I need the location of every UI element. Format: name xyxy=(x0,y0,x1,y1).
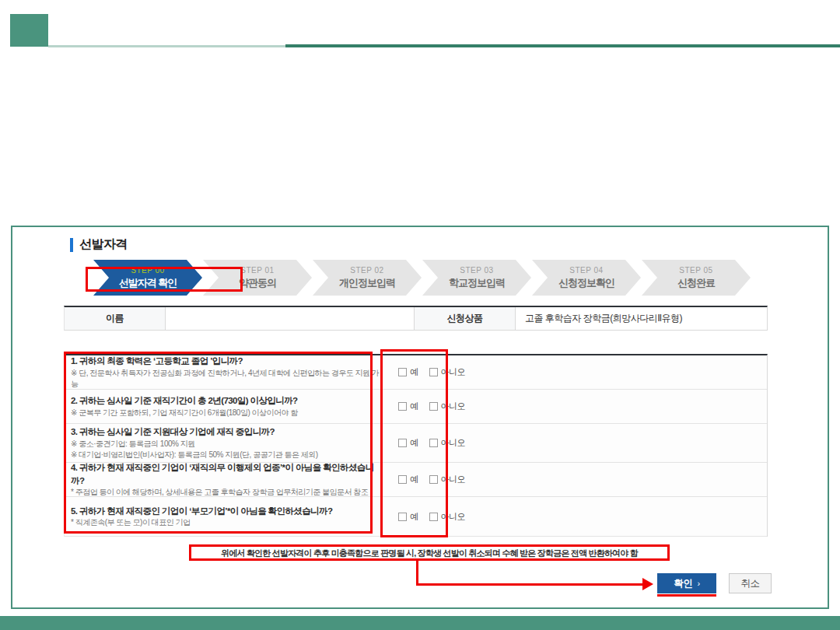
no-checkbox[interactable] xyxy=(429,402,438,411)
question-row-1: 1. 귀하의 최종 학력은 ‘고등학교 졸업 ’입니까? ※ 단, 전문학사 취… xyxy=(65,355,767,390)
footer-bar xyxy=(0,616,840,630)
no-checkbox[interactable] xyxy=(429,475,438,484)
answer-no-group: 아니오 xyxy=(429,401,466,412)
yes-checkbox[interactable] xyxy=(398,368,407,376)
confirm-button-label: 확인 xyxy=(674,577,692,590)
step-label: 약관동의 xyxy=(239,276,276,290)
header-divider-light xyxy=(48,45,285,47)
step-item-4: STEP 04 신청정보확인 xyxy=(532,260,641,296)
no-label: 아니오 xyxy=(441,474,466,485)
step-item-3: STEP 03 학교정보입력 xyxy=(422,260,531,296)
question-row-5: 5. 귀하가 현재 재직중인 기업이 ‘부모기업’*이 아님을 확인하셨습니까?… xyxy=(65,497,767,537)
no-checkbox[interactable] xyxy=(429,368,438,376)
brand-logo-block xyxy=(10,14,48,47)
annotation-connector-horizontal xyxy=(416,583,642,586)
cancel-button-label: 취소 xyxy=(741,577,760,590)
yes-label: 예 xyxy=(410,511,418,523)
name-value xyxy=(166,307,415,330)
cancel-button[interactable]: 취소 xyxy=(729,573,772,593)
step-item-5: STEP 05 신청완료 xyxy=(642,260,751,296)
wizard-step-indicator: STEP 00 선발자격 확인 STEP 01 약관동의 STEP 02 개인정… xyxy=(93,260,751,296)
yes-checkbox[interactable] xyxy=(398,475,407,484)
step-label: 신청정보확인 xyxy=(558,276,614,290)
step-number: STEP 05 xyxy=(679,266,712,275)
answer-yes-group: 예 xyxy=(398,401,418,412)
page-title-text: 선발자격 xyxy=(79,236,128,253)
title-accent-bar xyxy=(70,238,73,252)
product-value: 고졸 후학습자 장학금(희망사다리Ⅱ유형) xyxy=(516,307,767,330)
name-label: 이름 xyxy=(65,307,166,330)
product-label: 신청상품 xyxy=(415,307,516,330)
answer-yes-group: 예 xyxy=(398,366,418,378)
no-checkbox[interactable] xyxy=(429,513,438,521)
question-row-3: 3. 귀하는 심사일 기준 지원대상 기업에 재직 중입니까? ※ 중소·중견기… xyxy=(65,424,767,463)
question-note: * 직계존속(부 또는 모)이 대표인 기업 xyxy=(71,517,385,528)
question-row-4: 4. 귀하가 현재 재직중인 기업이 ‘재직의무 이행제외 업종’*이 아님을 … xyxy=(65,463,767,497)
answer-no-group: 아니오 xyxy=(429,366,466,378)
annotation-connector-vertical xyxy=(416,561,418,586)
answer-no-group: 아니오 xyxy=(429,437,466,449)
chevron-right-icon: › xyxy=(697,579,699,588)
yes-checkbox[interactable] xyxy=(398,439,407,447)
step-item-0: STEP 00 선발자격 확인 xyxy=(93,260,202,296)
confirm-button[interactable]: 확인 › xyxy=(657,573,716,593)
yes-checkbox[interactable] xyxy=(398,513,407,521)
step-label: 신청완료 xyxy=(677,276,715,290)
question-note: ※ 중소·중견기업: 등록금의 100% 지원 xyxy=(71,439,385,450)
question-title: 1. 귀하의 최종 학력은 ‘고등학교 졸업 ’입니까? xyxy=(71,355,385,368)
answer-yes-group: 예 xyxy=(398,474,418,485)
question-note: ※ 대기업·비영리법인(비사업자): 등록금의 50% 지원(단, 공공기관 등… xyxy=(71,450,385,460)
yes-label: 예 xyxy=(410,474,418,485)
page-title: 선발자격 xyxy=(70,236,128,253)
no-label: 아니오 xyxy=(441,511,466,523)
qualification-question-table: 1. 귀하의 최종 학력은 ‘고등학교 졸업 ’입니까? ※ 단, 전문학사 취… xyxy=(64,354,768,537)
annotation-underline-confirm xyxy=(657,594,716,597)
step-item-2: STEP 02 개인정보입력 xyxy=(313,260,422,296)
answer-no-group: 아니오 xyxy=(429,474,466,485)
question-title: 3. 귀하는 심사일 기준 지원대상 기업에 재직 중입니까? xyxy=(71,425,385,439)
step-number: STEP 03 xyxy=(460,266,493,275)
step-number: STEP 01 xyxy=(240,266,274,275)
warning-text: 위에서 확인한 선발자격이 추후 미충족함으로 판명될 시, 장학생 선발이 취… xyxy=(221,548,638,559)
step-number: STEP 02 xyxy=(350,266,383,275)
answer-yes-group: 예 xyxy=(398,437,418,449)
header-divider-dark xyxy=(285,44,840,47)
step-label: 학교정보입력 xyxy=(449,276,505,290)
warning-note: 위에서 확인한 선발자격이 추후 미충족함으로 판명될 시, 장학생 선발이 취… xyxy=(191,546,668,560)
no-label: 아니오 xyxy=(441,437,466,449)
question-title: 5. 귀하가 현재 재직중인 기업이 ‘부모기업’*이 아님을 확인하셨습니까? xyxy=(71,505,385,518)
question-note: ※ 군복무 기간 포함하되, 기업 재직기간이 6개월(180일) 이상이어야 … xyxy=(71,408,385,418)
step-label: 선발자격 확인 xyxy=(119,276,177,290)
no-label: 아니오 xyxy=(441,366,466,378)
no-label: 아니오 xyxy=(441,401,466,412)
step-number: STEP 04 xyxy=(569,266,603,275)
yes-checkbox[interactable] xyxy=(398,402,407,411)
question-row-2: 2. 귀하는 심사일 기준 재직기간이 총 2년(730일) 이상입니까? ※ … xyxy=(65,390,767,424)
answer-yes-group: 예 xyxy=(398,511,418,523)
question-title: 2. 귀하는 심사일 기준 재직기간이 총 2년(730일) 이상입니까? xyxy=(71,394,385,408)
yes-label: 예 xyxy=(410,366,418,378)
no-checkbox[interactable] xyxy=(429,439,438,447)
applicant-info-table: 이름 신청상품 고졸 후학습자 장학금(희망사다리Ⅱ유형) xyxy=(64,306,768,331)
step-item-1: STEP 01 약관동의 xyxy=(203,260,312,296)
question-title: 4. 귀하가 현재 재직중인 기업이 ‘재직의무 이행제외 업종’*이 아님을 … xyxy=(71,461,385,487)
step-label: 개인정보입력 xyxy=(339,276,395,290)
yes-label: 예 xyxy=(410,437,418,449)
selection-qualification-panel: 선발자격 STEP 00 선발자격 확인 STEP 01 약관동의 STEP 0… xyxy=(11,226,829,609)
yes-label: 예 xyxy=(410,401,418,412)
question-note: ※ 단, 전문학사 취득자가 전공심화 과정에 진학하거나, 4년제 대학에 신… xyxy=(71,368,385,390)
step-number: STEP 00 xyxy=(131,266,164,275)
annotation-arrowhead-icon xyxy=(642,578,653,590)
answer-no-group: 아니오 xyxy=(429,511,466,523)
